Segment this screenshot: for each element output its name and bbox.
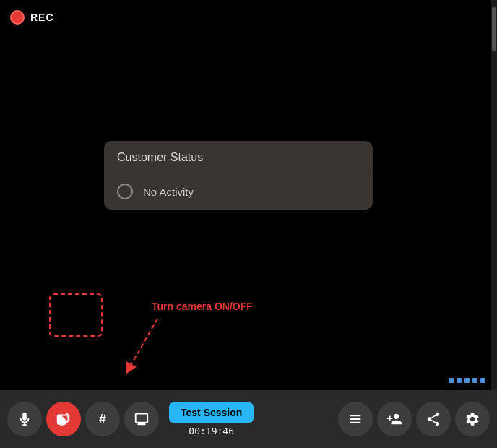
present-icon	[347, 411, 363, 427]
toolbar: # Test Session 00:19:46	[0, 390, 497, 448]
blue-dot-1	[449, 378, 454, 383]
blue-dot-4	[472, 378, 477, 383]
svg-line-0	[129, 319, 157, 369]
add-user-button[interactable]	[377, 402, 412, 436]
share-icon	[425, 411, 441, 427]
hashtag-button[interactable]: #	[85, 402, 120, 436]
scrollbar-thumb	[492, 7, 496, 51]
status-card-title: Customer Status	[104, 141, 373, 173]
scrollbar[interactable]	[491, 0, 497, 390]
status-option-label: No Activity	[143, 186, 194, 198]
camera-button[interactable]	[46, 402, 81, 436]
share-button[interactable]	[416, 402, 451, 436]
blue-dot-3	[464, 378, 470, 383]
video-area: REC Customer Status No Activity Turn cam…	[0, 0, 497, 390]
toolbar-right	[338, 402, 490, 436]
add-user-icon	[386, 411, 402, 427]
blue-dots-indicator	[449, 378, 485, 383]
customer-status-card: Customer Status No Activity	[104, 141, 373, 210]
camera-tooltip: Turn camera ON/OFF	[152, 301, 253, 312]
mic-icon	[17, 411, 33, 427]
rec-dot-icon	[10, 10, 25, 25]
present-button[interactable]	[338, 402, 373, 436]
test-session-button[interactable]: Test Session	[169, 402, 254, 423]
camera-dashed-box	[49, 293, 103, 337]
arrow-annotation	[107, 315, 179, 380]
screen-icon	[134, 411, 150, 427]
settings-button[interactable]	[455, 402, 490, 436]
blue-dot-2	[457, 378, 462, 383]
screen-share-button[interactable]	[124, 402, 159, 436]
rec-label: REC	[30, 12, 54, 23]
mic-button[interactable]	[7, 402, 42, 436]
status-card-row[interactable]: No Activity	[104, 173, 373, 210]
gear-icon	[464, 411, 480, 427]
session-group: Test Session 00:19:46	[169, 402, 254, 436]
blue-dot-5	[480, 378, 485, 383]
session-timer: 00:19:46	[189, 426, 234, 436]
camera-off-icon	[56, 411, 72, 427]
rec-indicator: REC	[10, 10, 54, 25]
radio-circle-icon[interactable]	[117, 184, 133, 199]
hashtag-icon: #	[99, 412, 106, 427]
